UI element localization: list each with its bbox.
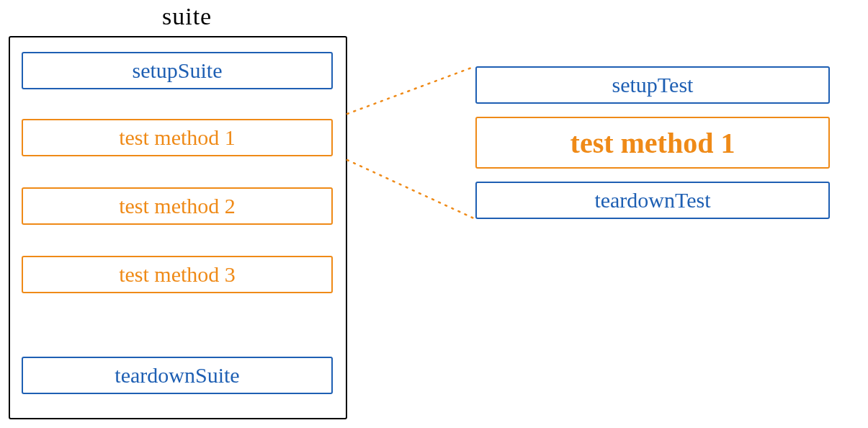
svg-line-0	[347, 66, 475, 114]
test-method-1-box: test method 1	[22, 119, 333, 156]
teardown-suite-box: teardownSuite	[22, 357, 333, 394]
setup-test-label: setupTest	[612, 73, 694, 97]
test-method-3-label: test method 3	[119, 262, 236, 287]
setup-suite-box: setupSuite	[22, 52, 333, 89]
teardown-test-box: teardownTest	[475, 182, 830, 219]
test-method-2-label: test method 2	[119, 194, 236, 218]
detail-test-method-box: test method 1	[475, 117, 830, 169]
test-method-2-box: test method 2	[22, 187, 333, 225]
test-method-3-box: test method 3	[22, 256, 333, 293]
suite-title: suite	[162, 3, 212, 30]
test-method-1-label: test method 1	[119, 125, 236, 150]
setup-test-box: setupTest	[475, 66, 830, 104]
svg-line-1	[347, 160, 475, 219]
setup-suite-label: setupSuite	[133, 58, 223, 83]
detail-test-method-label: test method 1	[571, 126, 735, 160]
teardown-test-label: teardownTest	[594, 188, 710, 213]
teardown-suite-label: teardownSuite	[115, 363, 239, 388]
diagram-canvas: suite setupSuite test method 1 test meth…	[0, 0, 868, 428]
